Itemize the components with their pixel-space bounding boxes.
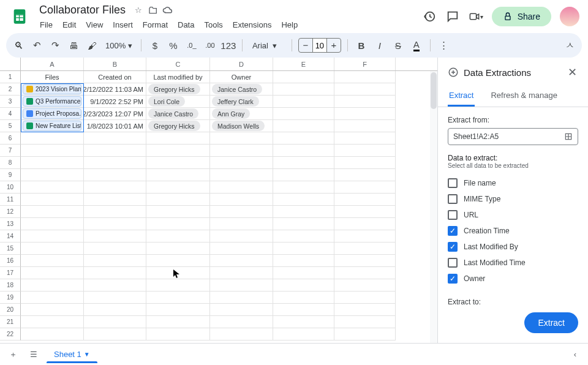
vertical-scrollbar[interactable] (430, 71, 437, 343)
cell[interactable] (210, 181, 273, 194)
cell[interactable] (84, 157, 146, 169)
row-head[interactable]: 10 (0, 181, 21, 194)
percent-icon[interactable]: % (166, 38, 181, 53)
menu-format[interactable]: Format (138, 19, 172, 31)
cell[interactable] (334, 255, 396, 267)
cell[interactable] (210, 243, 273, 255)
person-chip[interactable]: Janice Castro (212, 84, 262, 94)
cell[interactable] (273, 120, 334, 132)
cell[interactable] (273, 181, 334, 194)
row-head[interactable]: 3 (0, 96, 21, 108)
cell[interactable] (84, 316, 146, 328)
font-family-selector[interactable]: Arial ▾ (249, 41, 285, 50)
person-chip[interactable]: Lori Cole (148, 96, 185, 107)
checkbox-option[interactable]: ✓Owner (448, 271, 578, 287)
col-head-e[interactable]: E (273, 58, 334, 70)
cell[interactable] (210, 169, 273, 181)
text-color-icon[interactable]: A (409, 38, 424, 53)
row-head[interactable]: 11 (0, 194, 21, 206)
cell[interactable] (334, 145, 396, 157)
checkbox[interactable] (448, 258, 458, 268)
cell[interactable] (210, 316, 273, 328)
cell[interactable] (21, 255, 84, 267)
row-head[interactable]: 14 (0, 230, 21, 243)
menu-tools[interactable]: Tools (200, 19, 227, 31)
col-head-c[interactable]: C (146, 58, 210, 70)
cell[interactable] (334, 206, 396, 218)
cell[interactable] (21, 169, 84, 181)
cell[interactable] (210, 157, 273, 169)
cell[interactable] (146, 316, 210, 328)
person-chip[interactable]: Janice Castro (148, 108, 198, 119)
cell[interactable] (146, 328, 210, 341)
row-head[interactable]: 1 (0, 71, 21, 83)
cell[interactable] (273, 316, 334, 328)
cell[interactable] (21, 279, 84, 292)
menu-file[interactable]: File (36, 19, 57, 31)
person-chip[interactable]: Jeffery Clark (212, 96, 259, 107)
cell[interactable] (273, 145, 334, 157)
cell[interactable] (273, 194, 334, 206)
cell[interactable] (273, 71, 334, 83)
cell[interactable] (21, 267, 84, 279)
row-head[interactable]: 5 (0, 120, 21, 132)
cell[interactable] (334, 83, 396, 96)
cell[interactable] (210, 145, 273, 157)
cell[interactable] (21, 218, 84, 230)
select-all-corner[interactable] (0, 58, 21, 70)
checkbox-option[interactable]: Last Modified Time (448, 255, 578, 271)
checkbox[interactable]: ✓ (448, 274, 458, 284)
row-head[interactable]: 20 (0, 304, 21, 316)
cell[interactable]: 2/23/2023 12:07 PM (84, 108, 146, 120)
cell[interactable] (84, 145, 146, 157)
cell[interactable]: Last modified by (146, 71, 210, 83)
cell[interactable] (334, 304, 396, 316)
checkbox-option[interactable]: MIME Type (448, 191, 578, 207)
cell[interactable] (273, 279, 334, 292)
explore-icon[interactable]: ‹ (567, 347, 583, 363)
currency-icon[interactable]: $ (148, 38, 162, 53)
cell[interactable] (334, 96, 396, 108)
row-head[interactable]: 18 (0, 279, 21, 292)
cell[interactable] (21, 145, 84, 157)
move-icon[interactable] (148, 5, 159, 16)
checkbox[interactable]: ✓ (448, 242, 458, 252)
cell[interactable] (273, 292, 334, 304)
cell[interactable] (334, 328, 396, 341)
cell[interactable] (210, 255, 273, 267)
cell[interactable] (210, 230, 273, 243)
col-head-d[interactable]: D (210, 58, 273, 70)
cell[interactable] (84, 194, 146, 206)
checkbox-option[interactable]: ✓Last Modified By (448, 239, 578, 255)
cell[interactable] (334, 243, 396, 255)
tab-extract[interactable]: Extract (448, 86, 475, 107)
row-head[interactable]: 6 (0, 132, 21, 145)
cell[interactable] (334, 316, 396, 328)
cell[interactable]: 1/8/2023 10:01 AM (84, 120, 146, 132)
cell[interactable] (21, 328, 84, 341)
cell[interactable] (146, 218, 210, 230)
more-formats-icon[interactable]: 123 (221, 38, 236, 53)
row-head[interactable]: 15 (0, 243, 21, 255)
cell[interactable] (334, 157, 396, 169)
cell[interactable] (146, 255, 210, 267)
cell[interactable] (273, 206, 334, 218)
cell[interactable] (210, 218, 273, 230)
cell[interactable] (334, 218, 396, 230)
cell[interactable] (146, 169, 210, 181)
zoom-selector[interactable]: 100% ▾ (103, 41, 135, 50)
checkbox[interactable] (448, 210, 458, 220)
cell[interactable]: Jeffery Clark (210, 96, 273, 108)
cell[interactable] (210, 132, 273, 145)
cell[interactable] (146, 194, 210, 206)
cell[interactable] (273, 328, 334, 341)
undo-icon[interactable]: ↶ (29, 38, 44, 53)
document-title[interactable]: Collaborator Files (36, 2, 129, 18)
cell[interactable] (84, 304, 146, 316)
cell[interactable] (334, 120, 396, 132)
cell[interactable] (273, 243, 334, 255)
add-sheet-icon[interactable]: ＋ (5, 347, 21, 363)
row-head[interactable]: 4 (0, 108, 21, 120)
cell[interactable]: Created on (84, 71, 146, 83)
cell[interactable] (21, 157, 84, 169)
